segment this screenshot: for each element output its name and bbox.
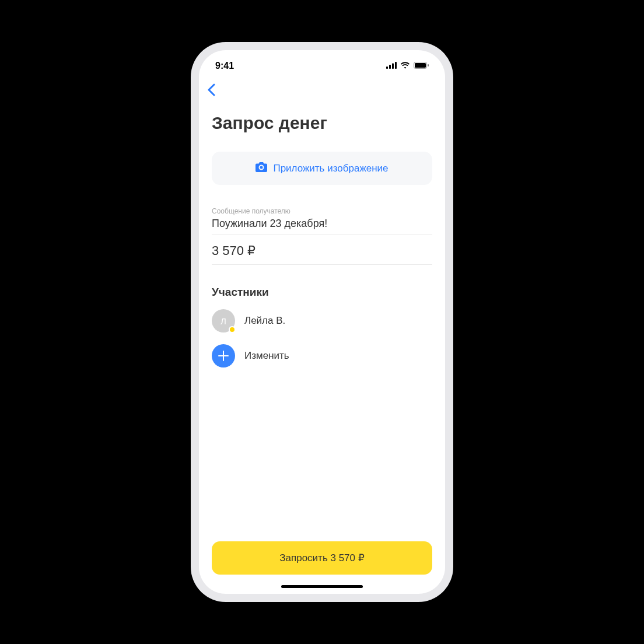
- avatar-initial: Л: [220, 316, 226, 326]
- page-title: Запрос денег: [212, 113, 432, 133]
- status-time: 9:41: [215, 61, 234, 71]
- battery-icon: [414, 61, 429, 71]
- participant-row[interactable]: Л Лейла В.: [212, 309, 432, 332]
- message-value: Поужинали 23 декабря!: [212, 218, 432, 235]
- request-button[interactable]: Запросить 3 570 ₽: [212, 541, 432, 575]
- svg-rect-2: [392, 64, 394, 69]
- svg-rect-3: [395, 62, 397, 69]
- participants-title: Участники: [212, 286, 432, 299]
- back-button[interactable]: [207, 80, 215, 100]
- svg-rect-1: [389, 65, 391, 69]
- message-field[interactable]: Сообщение получателю Поужинали 23 декабр…: [212, 207, 432, 235]
- attach-image-label: Приложить изображение: [273, 163, 388, 174]
- wifi-icon: [400, 61, 410, 71]
- camera-icon: [256, 162, 267, 174]
- change-participants-button[interactable]: Изменить: [212, 344, 432, 368]
- phone-frame: 9:41 Запрос денег: [191, 42, 453, 602]
- phone-screen: 9:41 Запрос денег: [199, 50, 445, 594]
- amount-field[interactable]: 3 570 ₽: [212, 235, 432, 265]
- svg-rect-6: [428, 64, 429, 66]
- status-icons: [386, 61, 429, 71]
- avatar: Л: [212, 309, 235, 332]
- plus-icon: [212, 344, 235, 368]
- attach-image-button[interactable]: Приложить изображение: [212, 152, 432, 185]
- status-bar: 9:41: [199, 50, 445, 77]
- spacer: [212, 379, 432, 541]
- content-area: Запрос денег Приложить изображение Сообщ…: [199, 103, 445, 580]
- change-label: Изменить: [244, 350, 289, 362]
- nav-bar: [199, 77, 445, 103]
- status-dot-icon: [229, 326, 236, 333]
- participant-name: Лейла В.: [244, 315, 285, 327]
- svg-rect-0: [386, 66, 388, 69]
- cellular-icon: [386, 61, 397, 71]
- message-label: Сообщение получателю: [212, 207, 432, 215]
- home-indicator[interactable]: [281, 585, 363, 588]
- svg-rect-5: [415, 63, 426, 68]
